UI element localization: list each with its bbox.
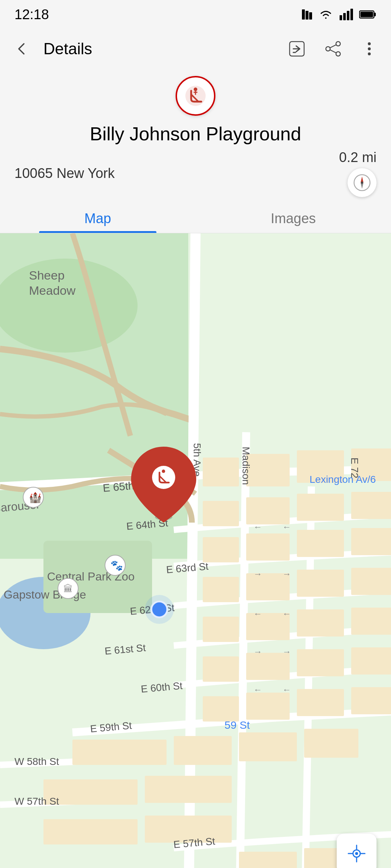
svg-rect-36 [297,494,344,521]
svg-text:←: ← [282,522,291,532]
wifi-icon [319,8,333,21]
svg-rect-37 [351,492,391,519]
svg-line-14 [330,45,336,48]
svg-rect-6 [350,9,353,20]
svg-rect-40 [297,530,344,557]
svg-rect-34 [203,501,239,526]
svg-point-13 [336,52,340,56]
svg-point-114 [355,852,358,855]
svg-point-16 [368,42,371,45]
svg-text:Madison: Madison [240,447,252,485]
svg-text:→: → [253,569,262,579]
place-name: Billy Johnson Playground [90,123,301,145]
svg-text:→: → [282,569,291,579]
svg-point-12 [326,47,330,51]
svg-rect-64 [43,819,138,844]
svg-rect-38 [203,537,239,562]
svg-rect-45 [351,568,391,595]
tab-map[interactable]: Map [0,201,196,233]
svg-text:🐾: 🐾 [110,559,123,571]
directions-button[interactable] [282,34,311,63]
svg-rect-57 [351,687,391,714]
map-svg: Sheep Meadow Carousel Central Park Zoo G… [0,233,391,868]
svg-text:🏰: 🏰 [29,492,42,503]
status-time: 12:18 [14,7,49,22]
svg-text:Lexington Av/6: Lexington Av/6 [310,474,376,485]
svg-text:🏛: 🏛 [63,583,73,594]
svg-point-108 [162,469,165,473]
svg-rect-50 [203,656,239,682]
svg-text:W 57th St: W 57th St [14,796,59,807]
svg-rect-49 [351,608,391,635]
svg-rect-30 [203,458,239,486]
svg-rect-41 [351,528,391,555]
svg-rect-39 [246,533,290,561]
battery-icon [359,9,377,20]
svg-rect-4 [343,13,346,20]
tab-images[interactable]: Images [196,201,391,233]
svg-rect-3 [340,15,342,20]
place-header: Billy Johnson Playground 10065 New York … [0,69,391,201]
svg-rect-59 [174,736,232,765]
app-bar-title: Details [43,40,275,58]
more-button[interactable] [355,34,384,63]
back-button[interactable] [7,34,36,63]
svg-rect-54 [203,696,239,722]
svg-rect-35 [246,497,290,524]
place-meta: 10065 New York 0.2 mi [11,150,380,197]
svg-rect-2 [309,12,312,20]
svg-text:←: ← [253,522,262,532]
signal-icon [339,8,353,21]
svg-rect-51 [246,653,290,680]
svg-rect-52 [297,649,344,676]
status-bar: 12:18 [0,0,391,29]
svg-text:Meadow: Meadow [29,284,76,297]
svg-rect-63 [145,776,232,803]
svg-rect-53 [351,647,391,675]
svg-rect-61 [304,729,358,758]
svg-rect-1 [306,11,308,20]
svg-text:W 58th St: W 58th St [14,756,59,767]
svg-point-24 [361,182,363,184]
svg-rect-60 [239,732,297,761]
svg-point-107 [152,466,175,489]
svg-text:←: ← [282,609,291,618]
place-address: 10065 New York [14,166,115,181]
svg-rect-56 [297,689,344,716]
svg-text:←: ← [253,609,262,618]
svg-rect-5 [347,11,349,20]
svg-text:→: → [253,647,262,656]
sim-icon [300,8,313,21]
svg-line-15 [330,50,336,53]
map-view[interactable]: Sheep Meadow Carousel Central Park Zoo G… [0,233,391,868]
svg-point-18 [368,52,371,55]
svg-rect-66 [239,852,297,868]
svg-point-17 [368,47,371,50]
svg-text:←: ← [282,685,291,694]
app-bar: Details [0,29,391,69]
svg-rect-44 [297,570,344,597]
svg-rect-8 [374,13,376,16]
svg-text:→: → [282,647,291,656]
svg-text:59 St: 59 St [224,719,250,731]
svg-rect-48 [297,609,344,637]
svg-text:←: ← [253,685,262,694]
svg-rect-58 [72,740,167,765]
tabs: Map Images [0,201,391,233]
place-icon [176,76,215,116]
my-location-button[interactable] [337,834,377,868]
svg-text:Sheep: Sheep [29,268,64,282]
svg-rect-42 [203,577,239,602]
compass-button[interactable] [348,168,377,197]
svg-rect-9 [361,12,373,17]
svg-rect-46 [203,617,239,642]
status-icons [300,8,377,21]
share-button[interactable] [319,34,348,63]
svg-rect-31 [246,454,290,486]
svg-point-99 [145,595,174,624]
svg-rect-55 [246,693,290,720]
svg-rect-0 [302,9,305,20]
place-distance: 0.2 mi [339,150,377,165]
svg-point-11 [336,42,340,46]
